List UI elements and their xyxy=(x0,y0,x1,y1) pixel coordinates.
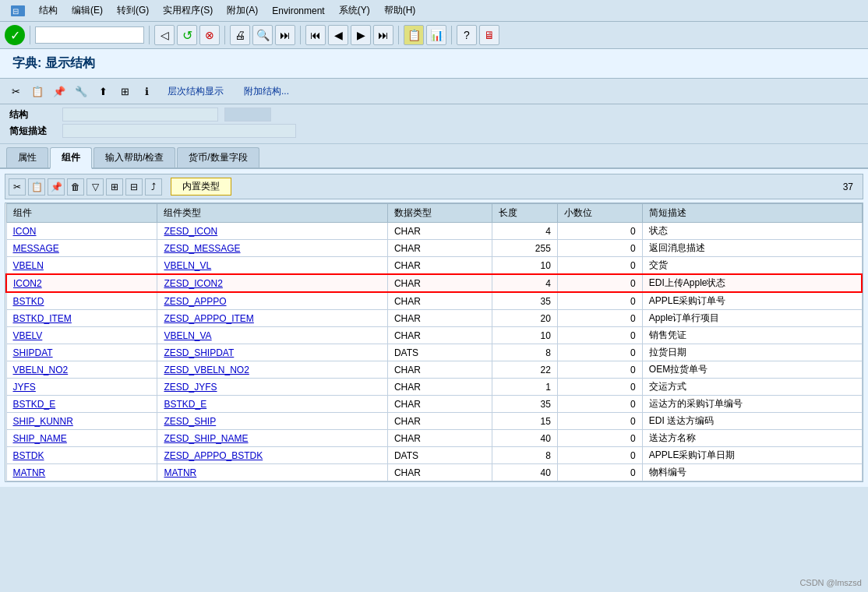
first-page-btn[interactable]: ⏮ xyxy=(305,25,326,45)
tab-currency[interactable]: 货币/数量字段 xyxy=(177,147,259,167)
cell-comp-type[interactable]: BSTKD_E xyxy=(157,396,387,413)
find-btn[interactable]: 🔍 xyxy=(252,25,273,45)
display-change-btn[interactable]: 📋 xyxy=(404,25,424,45)
cell-component[interactable]: SHIPDAT xyxy=(6,344,157,361)
cell-comp-type[interactable]: ZESD_JYFS xyxy=(157,379,387,396)
edit2-btn[interactable]: 🔧 xyxy=(72,82,90,100)
cell-comp-type[interactable]: ZESD_APPPO_BSTDK xyxy=(157,447,387,464)
up-btn[interactable]: ⬆ xyxy=(94,82,112,100)
table-row: BSTDKZESD_APPPO_BSTDKDATS80APPLE采购订单日期 xyxy=(6,447,862,464)
separator-3 xyxy=(224,26,225,44)
info-btn[interactable]: ℹ xyxy=(137,82,156,100)
cell-desc: APPLE采购订单日期 xyxy=(642,447,862,464)
tab-attributes[interactable]: 属性 xyxy=(6,147,48,167)
refresh-green-btn[interactable]: ↺ xyxy=(177,25,197,45)
cell-data-type: CHAR xyxy=(387,327,492,344)
table3-btn[interactable]: ⊟ xyxy=(125,178,143,196)
hierarchy-display-btn[interactable]: 层次结构显示 xyxy=(159,83,232,100)
cell-comp-type[interactable]: VBELN_VA xyxy=(157,327,387,344)
table-row: BSTKD_EBSTKD_ECHAR350运达方的采购订单编号 xyxy=(6,396,862,413)
cell-component[interactable]: JYFS xyxy=(6,379,157,396)
svg-text:⊟: ⊟ xyxy=(12,7,19,16)
tab-input-help[interactable]: 输入帮助/检查 xyxy=(94,147,175,167)
cell-decimals: 0 xyxy=(557,310,642,327)
paste-btn[interactable]: 📌 xyxy=(50,82,69,100)
menu-append[interactable]: 附加(A) xyxy=(221,2,264,19)
cell-desc: 状态 xyxy=(642,223,862,240)
menu-system[interactable]: 系统(Y) xyxy=(333,2,376,19)
table-row: SHIP_NAMEZESD_SHIP_NAMECHAR400送达方名称 xyxy=(6,430,862,447)
cell-comp-type[interactable]: ZESD_SHIP xyxy=(157,413,387,430)
cell-comp-type[interactable]: ZESD_VBELN_NO2 xyxy=(157,361,387,379)
cell-comp-type[interactable]: ZESD_APPPO xyxy=(157,292,387,310)
cell-length: 8 xyxy=(492,447,557,464)
cell-length: 15 xyxy=(492,413,557,430)
cell-component[interactable]: ICON xyxy=(6,223,157,240)
cell-comp-type[interactable]: ZESD_ICON2 xyxy=(157,274,387,292)
table2-btn[interactable]: ⊞ xyxy=(106,178,123,196)
confirm-button[interactable]: ✓ xyxy=(5,25,25,45)
last-page-btn[interactable]: ⏭ xyxy=(373,25,393,45)
cell-length: 1 xyxy=(492,379,557,396)
cell-desc: 拉货日期 xyxy=(642,344,862,361)
cell-component[interactable]: VBELN_NO2 xyxy=(6,361,157,379)
nav-back-btn[interactable]: ◁ xyxy=(154,25,175,45)
menu-help[interactable]: 帮助(H) xyxy=(378,2,422,19)
command-input[interactable] xyxy=(35,26,144,44)
prev-page-btn[interactable]: ◀ xyxy=(328,25,348,45)
scissors-btn[interactable]: ✂ xyxy=(6,82,25,100)
find-next-btn[interactable]: ⏭ xyxy=(275,25,295,45)
cell-comp-type[interactable]: ZESD_SHIP_NAME xyxy=(157,430,387,447)
print-btn[interactable]: 🖨 xyxy=(230,25,250,45)
next-page-btn[interactable]: ▶ xyxy=(351,25,371,45)
cell-component[interactable]: BSTDK xyxy=(6,447,157,464)
cell-component[interactable]: BSTKD_E xyxy=(6,396,157,413)
copy-inner-btn[interactable]: 📋 xyxy=(28,178,45,196)
inner-toolbar: ✂ 📋 📌 🗑 ▽ ⊞ ⊟ ⤴ 内置类型 37 xyxy=(5,174,863,199)
cell-data-type: CHAR xyxy=(387,274,492,292)
cell-comp-type[interactable]: ZESD_SHIPDAT xyxy=(157,344,387,361)
table-row: SHIP_KUNNRZESD_SHIPCHAR150EDI 送达方编码 xyxy=(6,413,862,430)
sort-btn[interactable]: ⤴ xyxy=(145,178,162,196)
table-row: VBELNVBELN_VLCHAR100交货 xyxy=(6,257,862,275)
menu-environment[interactable]: Environment xyxy=(266,4,330,18)
menu-edit[interactable]: 编辑(E) xyxy=(65,2,109,19)
cell-component[interactable]: BSTKD xyxy=(6,292,157,310)
table-btn[interactable]: ⊞ xyxy=(115,82,134,100)
cut-inner-btn[interactable]: ✂ xyxy=(9,178,26,196)
cell-component[interactable]: VBELN xyxy=(6,257,157,275)
cell-length: 40 xyxy=(492,464,557,481)
table-row: ICON2ZESD_ICON2CHAR40EDI上传Apple状态 xyxy=(6,274,862,292)
cell-component[interactable]: SHIP_NAME xyxy=(6,430,157,447)
cell-component[interactable]: ICON2 xyxy=(6,274,157,292)
copy-btn[interactable]: 📋 xyxy=(28,82,47,100)
cell-comp-type[interactable]: MATNR xyxy=(157,464,387,481)
cell-comp-type[interactable]: VBELN_VL xyxy=(157,257,387,275)
layout-btn[interactable]: 📊 xyxy=(426,25,446,45)
filter-btn[interactable]: ▽ xyxy=(86,178,104,196)
separator-6 xyxy=(451,26,452,44)
col-header-length: 长度 xyxy=(492,204,557,223)
menu-goto[interactable]: 转到(G) xyxy=(111,2,155,19)
menu-struct[interactable]: 结构 xyxy=(33,2,64,19)
stop-btn[interactable]: ⊗ xyxy=(199,25,220,45)
cell-desc: 交运方式 xyxy=(642,379,862,396)
paste-inner-btn[interactable]: 📌 xyxy=(48,178,65,196)
cell-component[interactable]: SHIP_KUNNR xyxy=(6,413,157,430)
cell-component[interactable]: BSTKD_ITEM xyxy=(6,310,157,327)
help-btn[interactable]: ? xyxy=(457,25,477,45)
monitor-btn[interactable]: 🖥 xyxy=(479,25,499,45)
menu-tools[interactable]: 实用程序(S) xyxy=(157,2,219,19)
cell-length: 4 xyxy=(492,223,557,240)
tab-components[interactable]: 组件 xyxy=(50,147,92,169)
cell-desc: 运达方的采购订单编号 xyxy=(642,396,862,413)
cell-component[interactable]: MATNR xyxy=(6,464,157,481)
cell-comp-type[interactable]: ZESD_MESSAGE xyxy=(157,240,387,257)
cell-comp-type[interactable]: ZESD_APPPO_ITEM xyxy=(157,310,387,327)
cell-comp-type[interactable]: ZESD_ICON xyxy=(157,223,387,240)
cell-component[interactable]: VBELV xyxy=(6,327,157,344)
cell-data-type: CHAR xyxy=(387,223,492,240)
cell-component[interactable]: MESSAGE xyxy=(6,240,157,257)
delete-inner-btn[interactable]: 🗑 xyxy=(67,178,84,196)
append-struct-btn[interactable]: 附加结构... xyxy=(235,83,298,100)
